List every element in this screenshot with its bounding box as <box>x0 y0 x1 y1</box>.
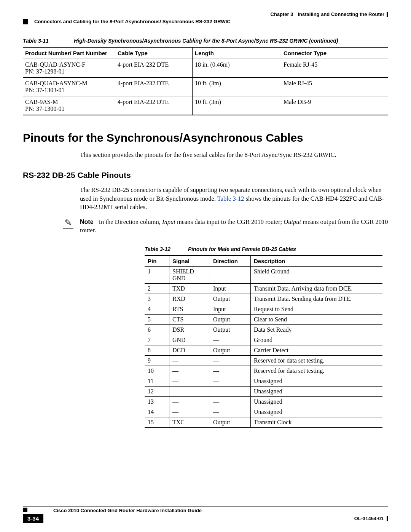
table-row: 9——Reserved for data set testing. <box>145 356 382 366</box>
running-subheader: Connectors and Cabling for the 8-Port As… <box>23 19 388 26</box>
pencil-icon: ✎ <box>63 218 73 229</box>
chapter-number: Chapter 3 <box>271 11 293 17</box>
table-row: 14——Unassigned <box>145 407 382 417</box>
table-row: 6DSROutputData Set Ready <box>145 325 382 335</box>
chapter-title: Installing and Connecting the Router <box>298 11 385 17</box>
section-breadcrumb: Connectors and Cabling for the 8-Port As… <box>34 19 231 24</box>
footer-guide-title: Cisco 2010 Connected Grid Router Hardwar… <box>30 508 388 513</box>
running-header: Chapter 3 Installing and Connecting the … <box>23 11 388 17</box>
table-row: CAB-QUAD-ASYNC-MPN: 37-1303-014-port EIA… <box>23 78 388 96</box>
section-intro: This section provides the pinouts for th… <box>80 151 388 159</box>
header-bar-icon <box>387 12 388 17</box>
table-3-12-link[interactable]: Table 3-12 <box>217 195 244 202</box>
table-row: CAB-QUAD-ASYNC-FPN: 37-1298-014-port EIA… <box>23 59 388 78</box>
table-3-12: Pin Signal Direction Description 1SHIELD… <box>145 255 382 428</box>
table-3-11: Product Number/ Part Number Cable Type L… <box>23 47 388 115</box>
footer-bar-icon <box>387 516 388 521</box>
footer-doc-number: OL-31454-01 <box>354 516 384 521</box>
table-row: 15TXCOutputTransmit Clock <box>145 417 382 428</box>
table-3-12-caption: Table 3-12 Pinouts for Male and Female D… <box>145 246 388 252</box>
table-3-11-caption: Table 3-11 High-Density Synchronous/Asyn… <box>23 38 388 44</box>
table-row: 13——Unassigned <box>145 397 382 407</box>
col-product-number: Product Number/ Part Number <box>23 47 115 59</box>
table-row: 1SHIELD GND—Shield Ground <box>145 267 382 284</box>
table-row: 7GND—Ground <box>145 335 382 345</box>
table-row: 10——Reserved for data set testing. <box>145 366 382 376</box>
table-row: 2TXDInputTransmit Data. Arriving data fr… <box>145 284 382 294</box>
subsection-heading-db25: RS-232 DB-25 Cable Pinouts <box>23 171 388 180</box>
col-cable-type: Cable Type <box>115 47 193 59</box>
col-signal: Signal <box>169 256 210 267</box>
table-row: 3RXDOutputTransmit Data. Sending data fr… <box>145 294 382 304</box>
note-label: Note <box>80 219 94 225</box>
table-row: 4RTSInputRequest to Send <box>145 304 382 315</box>
db25-paragraph: The RS-232 DB-25 connector is capable of… <box>80 186 388 211</box>
col-direction: Direction <box>210 256 251 267</box>
col-connector-type: Connector Type <box>281 47 389 59</box>
table-row: 8DCDOutputCarrier Detect <box>145 345 382 356</box>
col-length: Length <box>193 47 281 59</box>
note-block: ✎ NoteIn the Direction column, Input mea… <box>63 218 388 235</box>
table-row: 11——Unassigned <box>145 376 382 387</box>
footer-square-icon <box>23 508 27 512</box>
page-footer: Cisco 2010 Connected Grid Router Hardwar… <box>23 506 388 523</box>
col-pin: Pin <box>145 256 169 267</box>
table-row: 5CTSOutputClear to Send <box>145 315 382 325</box>
table-row: 12——Unassigned <box>145 387 382 397</box>
page-number-badge: 3-34 <box>23 514 43 523</box>
table-row: CAB-9AS-MPN: 37-1300-014-port EIA-232 DT… <box>23 96 388 115</box>
col-description: Description <box>251 256 383 267</box>
section-heading-pinouts: Pinouts for the Synchronous/Asynchronous… <box>23 131 388 144</box>
header-square-icon <box>23 19 28 24</box>
